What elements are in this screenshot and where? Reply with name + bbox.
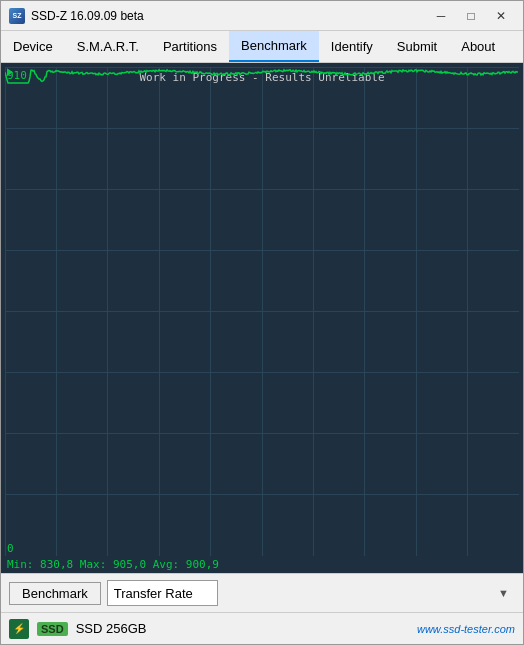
chart-container: Min: 830,8 Max: 905,0 Avg: 900,9 — [1, 63, 523, 573]
chevron-down-icon: ▼ — [498, 587, 509, 599]
app-icon: SZ — [9, 8, 25, 24]
benchmark-chart — [5, 67, 519, 556]
device-name: SSD 256GB — [76, 621, 409, 636]
metric-dropdown[interactable]: Transfer Rate IOPS Access Time — [107, 580, 218, 606]
ssd-badge: SSD — [37, 622, 68, 636]
dropdown-wrapper: Transfer Rate IOPS Access Time ▼ — [107, 580, 515, 606]
benchmark-button[interactable]: Benchmark — [9, 582, 101, 605]
website-url: www.ssd-tester.com — [417, 623, 515, 635]
bottom-controls: Benchmark Transfer Rate IOPS Access Time… — [1, 573, 523, 612]
title-bar: SZ SSD-Z 16.09.09 beta ─ □ ✕ — [1, 1, 523, 31]
menu-smart[interactable]: S.M.A.R.T. — [65, 31, 151, 62]
drive-icon: ⚡ — [9, 619, 29, 639]
chart-area — [1, 63, 523, 556]
menu-submit[interactable]: Submit — [385, 31, 449, 62]
menu-partitions[interactable]: Partitions — [151, 31, 229, 62]
chart-status: Min: 830,8 Max: 905,0 Avg: 900,9 — [1, 556, 523, 573]
menu-benchmark[interactable]: Benchmark — [229, 31, 319, 62]
status-bar: ⚡ SSD SSD 256GB www.ssd-tester.com — [1, 612, 523, 644]
minimize-button[interactable]: ─ — [427, 5, 455, 27]
menu-bar: Device S.M.A.R.T. Partitions Benchmark I… — [1, 31, 523, 63]
close-button[interactable]: ✕ — [487, 5, 515, 27]
main-window: SZ SSD-Z 16.09.09 beta ─ □ ✕ Device S.M.… — [0, 0, 524, 645]
window-controls: ─ □ ✕ — [427, 5, 515, 27]
window-title: SSD-Z 16.09.09 beta — [31, 9, 427, 23]
menu-device[interactable]: Device — [1, 31, 65, 62]
maximize-button[interactable]: □ — [457, 5, 485, 27]
menu-identify[interactable]: Identify — [319, 31, 385, 62]
menu-about[interactable]: About — [449, 31, 507, 62]
